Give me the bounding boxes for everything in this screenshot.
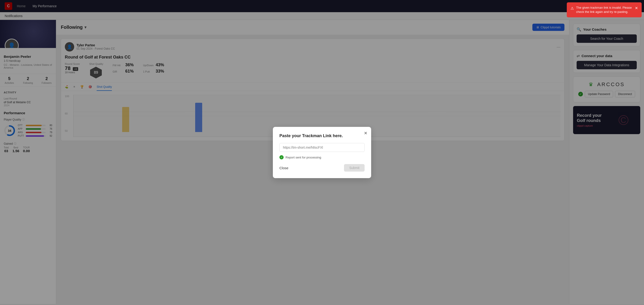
modal-overlay: Paste your Trackman Link here. ✕ ✓ Repor… bbox=[0, 0, 644, 305]
modal-close-x-button[interactable]: ✕ bbox=[364, 130, 368, 136]
modal-title: Paste your Trackman Link here. bbox=[280, 134, 364, 138]
success-check-icon: ✓ bbox=[280, 155, 284, 160]
error-toast: ⚠ The given trackman link is invalid. Pl… bbox=[567, 2, 642, 17]
trackman-link-input[interactable] bbox=[280, 143, 364, 152]
modal-close-button[interactable]: Close bbox=[280, 166, 288, 170]
toast-message: The given trackman link is invalid. Plea… bbox=[576, 6, 632, 14]
modal-actions: Close Submit bbox=[280, 164, 364, 172]
success-text: Report sent for processing bbox=[286, 156, 321, 159]
modal-success-message: ✓ Report sent for processing bbox=[280, 155, 364, 160]
warning-icon: ⚠ bbox=[570, 6, 574, 11]
toast-close-button[interactable]: ✕ bbox=[635, 6, 638, 11]
trackman-modal: Paste your Trackman Link here. ✕ ✓ Repor… bbox=[273, 127, 371, 178]
modal-submit-button[interactable]: Submit bbox=[344, 164, 364, 172]
